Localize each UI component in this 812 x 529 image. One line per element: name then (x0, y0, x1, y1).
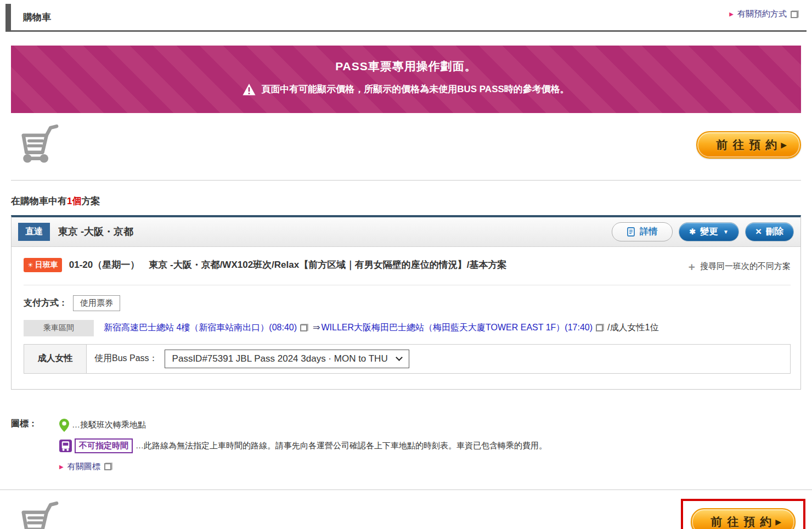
passenger-type-cell: 成人女性 (24, 345, 87, 373)
reserve-button-label: 前往預約 (710, 514, 776, 529)
link-arrow-icon: ▶ (59, 464, 64, 470)
bus-pass-content: 使用Bus Pass： PassID#75391 JBL Pass 2024 3… (87, 345, 417, 373)
search-same-bus-link[interactable]: ＋ 搜尋同一班次的不同方案 (686, 260, 791, 274)
about-icons-link[interactable]: ▶ 有關圖標 (59, 462, 112, 472)
trip-row: ☀ 日班車 01-20（星期一） 東京 -大阪・京都/WX102班次/Relax… (24, 258, 791, 274)
payment-method-box: 使用票券 (73, 295, 120, 311)
summary-suffix: 方案 (81, 196, 100, 206)
summary-prefix: 在購物車中有 (11, 196, 67, 206)
reserve-button-label: 前往預約 (716, 137, 782, 153)
bus-pass-select[interactable]: PassID#75391 JBL Pass 2024 3days · MON t… (165, 350, 409, 368)
document-icon (627, 227, 635, 237)
trip-title: 01-20（星期一） 東京 -大阪・京都/WX102班次/Relax【前方区域｜… (69, 258, 686, 272)
reservation-help-link[interactable]: ▶ 有關預約方式 (729, 9, 799, 19)
legend-item-no-time: 不可指定時間 …此路線為無法指定上車時間的路線。請事先向各運營公司確認各上下車地… (59, 438, 547, 453)
title-accent-bar (5, 4, 11, 31)
bus-pass-label: 使用Bus Pass： (94, 353, 158, 364)
plus-icon: ＋ (686, 260, 697, 274)
no-time-desc: …此路線為無法指定上車時間的路線。請事先向各運營公司確認各上下車地點的時刻表。車… (136, 441, 547, 451)
payment-label: 支付方式： (24, 297, 67, 309)
cart-summary: 在購物車中有1個方案 (11, 195, 801, 207)
plan-actions: 詳情 ✱ 變更 ▼ × 刪除 (612, 222, 794, 241)
search-same-bus-label: 搜尋同一班次的不同方案 (700, 261, 791, 272)
arrival-stop-link[interactable]: WILLER大阪梅田巴士總站（梅田藍天大廈TOWER EAST 1F）(17:4… (321, 323, 593, 332)
select-chevron-icon (396, 354, 403, 361)
change-label: 變更 (700, 226, 718, 238)
legend-item-transfer: …接駁班次轉乘地點 (59, 418, 547, 432)
reserve-arrow-icon: ▶ (775, 517, 781, 526)
reserve-button-top[interactable]: 前往預約 ▶ (696, 131, 801, 159)
gear-icon: ✱ (689, 227, 696, 236)
reserve-arrow-icon: ▶ (781, 140, 787, 149)
reserve-button-bottom[interactable]: 前往預約 ▶ (691, 508, 796, 529)
details-button[interactable]: 詳情 (612, 222, 673, 241)
passenger-count: /成人女性1位 (607, 323, 658, 332)
boarding-section-badge: 乘車區間 (24, 320, 94, 336)
chevron-down-icon: ▼ (723, 229, 729, 235)
highlight-annotation: 前往預約 ▶ (681, 499, 805, 529)
plan-card-header: 直達 東京 -大阪・京都 詳情 ✱ 變更 ▼ × 刪除 (12, 217, 800, 247)
cart-icon (15, 123, 64, 167)
plan-count: 1個 (67, 196, 81, 206)
legend-label: 圖標： (11, 418, 59, 472)
departure-stop-link[interactable]: 新宿高速巴士總站 4樓（新宿車站南出口）(08:40) (104, 323, 297, 332)
delete-button[interactable]: × 刪除 (745, 222, 794, 241)
close-icon: × (755, 228, 762, 235)
plan-card: 直達 東京 -大阪・京都 詳情 ✱ 變更 ▼ × 刪除 ☀ (11, 215, 801, 390)
link-arrow-icon: ▶ (729, 11, 734, 17)
pass-banner-warning-text: 頁面中有可能顯示價格，所顯示的價格為未使用BUS PASS時的參考價格。 (261, 83, 569, 95)
legend-items: …接駁班次轉乘地點 不可指定時間 …此路線為無法指定上車時間的路線。請事先向各運… (59, 418, 547, 472)
direct-badge: 直達 (18, 223, 50, 241)
boarding-section-row: 乘車區間 新宿高速巴士總站 4樓（新宿車站南出口）(08:40)⇒WILLER大… (24, 320, 791, 336)
day-bus-label: 日班車 (35, 260, 58, 270)
pass-banner-warning: 頁面中有可能顯示價格，所顯示的價格為未使用BUS PASS時的參考價格。 (243, 83, 569, 95)
route-title: 東京 -大阪・京都 (58, 225, 133, 238)
no-time-badge: 不可指定時間 (75, 438, 133, 453)
day-bus-badge: ☀ 日班車 (24, 258, 62, 272)
external-window-icon (596, 324, 604, 331)
transfer-desc: …接駁班次轉乘地點 (72, 420, 146, 430)
change-button[interactable]: ✱ 變更 ▼ (679, 222, 739, 241)
bus-icon (59, 440, 72, 452)
boarding-route: 新宿高速巴士總站 4樓（新宿車站南出口）(08:40)⇒WILLER大阪梅田巴士… (104, 322, 658, 334)
bus-pass-selected-value: PassID#75391 JBL Pass 2024 3days · MON t… (172, 353, 388, 364)
page-header: 購物車 ▶ 有關預約方式 (5, 4, 807, 32)
bus-pass-row: 成人女性 使用Bus Pass： PassID#75391 JBL Pass 2… (24, 344, 791, 374)
external-window-icon (104, 463, 112, 470)
details-label: 詳情 (640, 226, 657, 238)
warning-icon (243, 83, 256, 95)
about-icons-label: 有關圖標 (67, 462, 100, 472)
implies-arrow-icon: ⇒ (313, 323, 320, 332)
legend: 圖標： …接駁班次轉乘地點 不可指定時間 …此路線為無法指定上車時間的路線。請事… (11, 418, 801, 472)
sun-icon: ☀ (27, 261, 33, 269)
external-window-icon (300, 324, 308, 331)
cart-bottom-section: 前往預約 ▶ (11, 490, 805, 529)
payment-row: 支付方式： 使用票券 (24, 285, 791, 311)
cart-top-section: 前往預約 ▶ (11, 113, 801, 181)
reservation-help-label: 有關預約方式 (737, 9, 787, 19)
external-window-icon (791, 10, 799, 18)
pass-banner-title: PASS車票專用操作劃面。 (16, 59, 796, 74)
cart-icon (15, 500, 64, 529)
page-title: 購物車 (23, 11, 51, 24)
map-pin-icon (59, 418, 69, 432)
plan-card-body: ☀ 日班車 01-20（星期一） 東京 -大阪・京都/WX102班次/Relax… (12, 247, 800, 389)
delete-label: 刪除 (766, 226, 783, 238)
pass-banner: PASS車票專用操作劃面。 頁面中有可能顯示價格，所顯示的價格為未使用BUS P… (11, 46, 801, 113)
